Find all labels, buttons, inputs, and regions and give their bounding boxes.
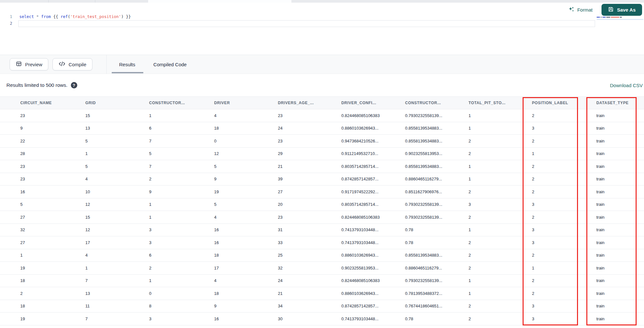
table-cell: 0.7930232558139... [405,202,469,207]
table-cell: 5 [85,164,149,169]
annotation-box-position-label [523,97,578,325]
table-cell: 27 [20,240,85,245]
table-cell: 0.7413793103448... [341,240,405,245]
download-csv-link[interactable]: Download CSV [610,74,643,96]
table-cell: 0.9023255813953... [405,151,469,156]
table-cell: 16 [20,189,85,194]
table-cell: 1 [85,151,149,156]
code-token: {{ [51,14,61,19]
code-icon [59,61,65,68]
action-bar: Preview Compile Results Compiled Code [0,55,644,74]
table-cell: 8 [149,304,214,308]
line-number-1: 1 [0,14,12,20]
floppy-disk-icon [608,6,614,13]
column-header: DRIVER [214,101,278,105]
table-cell: 0.8511627906976... [405,189,469,194]
minimap-code-segment [597,17,600,18]
compile-button[interactable]: Compile [52,58,92,70]
table-cell: 19 [20,316,85,321]
table-cell: 22 [20,139,85,143]
compile-label: Compile [69,62,86,67]
format-button[interactable]: Format [568,6,593,14]
table-cell: 29 [278,151,341,156]
table-cell: 4 [214,278,278,283]
table-cell: 12 [214,151,278,156]
editor-minimap[interactable] [597,15,643,21]
table-cell: 0.8742857142857... [341,304,405,308]
table-cell: 23 [278,113,341,118]
active-file-tab[interactable] [148,0,291,3]
results-limit-message: Results limited to 500 rows. [6,82,68,88]
table-cell: 18 [214,291,278,296]
table-cell: 1 [149,113,214,118]
table-cell: 13 [85,126,149,131]
table-cell: 7 [85,278,149,283]
table-grid-icon [16,61,22,68]
tab-results[interactable]: Results [111,55,143,74]
file-tab-strip [0,0,644,3]
table-cell: 0.8558139534883... [405,164,469,169]
table-cell: 23 [278,139,341,143]
table-cell: 0.9171974522292... [341,189,405,194]
minimap-code-segment [602,17,606,18]
table-cell: 4 [214,215,278,220]
table-cell: 17 [85,240,149,245]
table-cell: 13 [85,291,149,296]
table-cell: 24 [278,278,341,283]
column-header: CONSTRUCTOR... [149,101,214,105]
table-cell: 18 [214,253,278,258]
table-cell: 0.9473684210526... [341,139,405,143]
results-info-bar: Results limited to 500 rows. ? Download … [0,74,644,96]
table-cell: 0.8035714285714... [341,164,405,169]
help-icon[interactable]: ? [71,82,77,88]
table-cell: 3 [149,227,214,232]
table-cell: 18 [20,278,85,283]
table-cell: 0.824468085106383 [341,278,405,283]
table-cell: 21 [278,164,341,169]
table-cell: 34 [278,304,341,308]
column-header: CONSTRUCTOR... [405,101,469,105]
sparkles-icon [568,6,574,14]
table-cell: 25 [278,253,341,258]
tab-compiled-code[interactable]: Compiled Code [147,55,193,74]
table-cell: 16 [214,227,278,232]
table-cell: 0.9112149532710... [341,151,405,156]
preview-label: Preview [25,62,42,67]
table-cell: 0.78 [405,240,469,245]
table-cell: 0.7930232558139... [405,215,469,220]
table-cell: 3 [149,240,214,245]
table-cell: 0.7813953488372... [405,291,469,296]
table-cell: 1 [20,253,85,258]
table-cell: 0.824468085106383 [341,215,405,220]
minimap-code-segment [620,17,622,18]
active-tab-underline [112,72,143,73]
table-cell: 0.8860103626943... [341,253,405,258]
editor-active-line[interactable] [18,20,595,27]
table-cell: 23 [278,215,341,220]
table-cell: 15 [85,215,149,220]
save-as-button[interactable]: Save As [601,4,642,16]
table-cell: 20 [278,202,341,207]
minimap-code-segment [601,17,602,18]
table-cell: 18 [20,304,85,308]
table-cell: 9 [214,177,278,181]
preview-button[interactable]: Preview [10,58,48,70]
table-cell: 0.78 [405,227,469,232]
table-cell: 0 [214,139,278,143]
table-cell: 18 [214,126,278,131]
table-cell: 7 [149,164,214,169]
minimap-active-line [597,19,643,20]
table-cell: 19 [20,266,85,270]
format-label: Format [577,7,593,13]
table-cell: 12 [85,227,149,232]
table-cell: 0.8860103626943... [341,126,405,131]
table-cell: 32 [278,266,341,270]
table-cell: 5 [214,164,278,169]
table-cell: 0.7674418604651... [405,304,469,308]
column-header: CIRCUIT_NAME [20,101,85,105]
sql-editor[interactable]: Format Save As 1 2 select * from {{ ref(… [0,3,644,55]
table-cell: 4 [214,113,278,118]
table-cell: 28 [20,151,85,156]
table-cell: 5 [214,202,278,207]
code-line[interactable]: select * from {{ ref('train_test_positio… [19,14,131,20]
